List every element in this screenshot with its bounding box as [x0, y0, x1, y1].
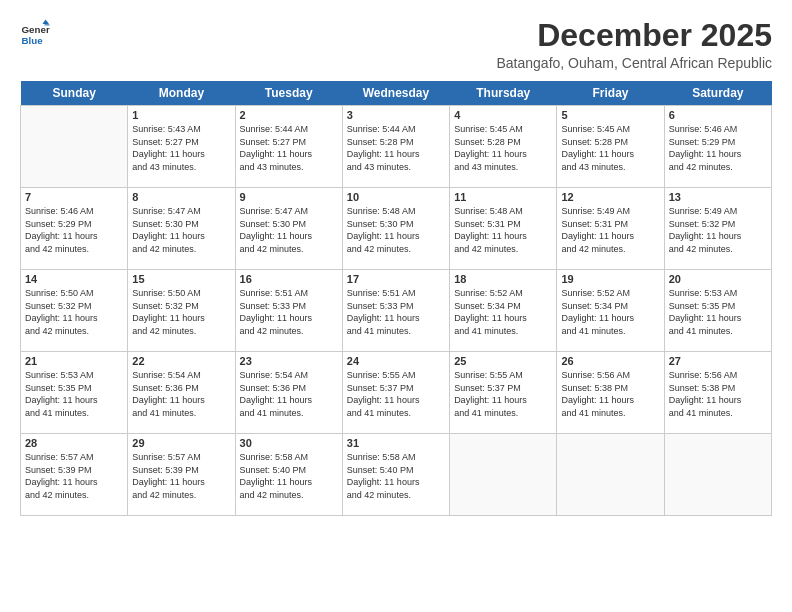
day-number: 3 [347, 109, 445, 121]
day-info: Sunrise: 5:45 AM Sunset: 5:28 PM Dayligh… [454, 123, 552, 173]
day-number: 9 [240, 191, 338, 203]
subtitle: Batangafo, Ouham, Central African Republ… [497, 55, 773, 71]
title-block: December 2025 Batangafo, Ouham, Central … [497, 18, 773, 71]
svg-text:Blue: Blue [22, 35, 44, 46]
calendar-header: SundayMondayTuesdayWednesdayThursdayFrid… [21, 81, 772, 106]
day-number: 23 [240, 355, 338, 367]
day-number: 18 [454, 273, 552, 285]
calendar-cell: 5Sunrise: 5:45 AM Sunset: 5:28 PM Daylig… [557, 106, 664, 188]
day-number: 20 [669, 273, 767, 285]
day-info: Sunrise: 5:45 AM Sunset: 5:28 PM Dayligh… [561, 123, 659, 173]
day-info: Sunrise: 5:53 AM Sunset: 5:35 PM Dayligh… [25, 369, 123, 419]
day-number: 31 [347, 437, 445, 449]
day-info: Sunrise: 5:47 AM Sunset: 5:30 PM Dayligh… [240, 205, 338, 255]
day-info: Sunrise: 5:56 AM Sunset: 5:38 PM Dayligh… [561, 369, 659, 419]
calendar-cell: 18Sunrise: 5:52 AM Sunset: 5:34 PM Dayli… [450, 270, 557, 352]
calendar-cell: 2Sunrise: 5:44 AM Sunset: 5:27 PM Daylig… [235, 106, 342, 188]
calendar-cell: 8Sunrise: 5:47 AM Sunset: 5:30 PM Daylig… [128, 188, 235, 270]
day-info: Sunrise: 5:56 AM Sunset: 5:38 PM Dayligh… [669, 369, 767, 419]
day-info: Sunrise: 5:44 AM Sunset: 5:27 PM Dayligh… [240, 123, 338, 173]
header-day-wednesday: Wednesday [342, 81, 449, 106]
calendar-cell [557, 434, 664, 516]
day-info: Sunrise: 5:51 AM Sunset: 5:33 PM Dayligh… [347, 287, 445, 337]
calendar-cell: 1Sunrise: 5:43 AM Sunset: 5:27 PM Daylig… [128, 106, 235, 188]
day-number: 6 [669, 109, 767, 121]
calendar-cell: 13Sunrise: 5:49 AM Sunset: 5:32 PM Dayli… [664, 188, 771, 270]
week-row-4: 21Sunrise: 5:53 AM Sunset: 5:35 PM Dayli… [21, 352, 772, 434]
day-info: Sunrise: 5:44 AM Sunset: 5:28 PM Dayligh… [347, 123, 445, 173]
day-info: Sunrise: 5:49 AM Sunset: 5:31 PM Dayligh… [561, 205, 659, 255]
calendar-cell: 28Sunrise: 5:57 AM Sunset: 5:39 PM Dayli… [21, 434, 128, 516]
calendar-cell: 21Sunrise: 5:53 AM Sunset: 5:35 PM Dayli… [21, 352, 128, 434]
header: General Blue December 2025 Batangafo, Ou… [20, 18, 772, 71]
day-number: 2 [240, 109, 338, 121]
calendar-cell: 30Sunrise: 5:58 AM Sunset: 5:40 PM Dayli… [235, 434, 342, 516]
calendar-cell: 6Sunrise: 5:46 AM Sunset: 5:29 PM Daylig… [664, 106, 771, 188]
day-info: Sunrise: 5:58 AM Sunset: 5:40 PM Dayligh… [240, 451, 338, 501]
calendar-cell: 20Sunrise: 5:53 AM Sunset: 5:35 PM Dayli… [664, 270, 771, 352]
calendar-cell [450, 434, 557, 516]
day-info: Sunrise: 5:52 AM Sunset: 5:34 PM Dayligh… [561, 287, 659, 337]
day-info: Sunrise: 5:54 AM Sunset: 5:36 PM Dayligh… [240, 369, 338, 419]
calendar-cell: 22Sunrise: 5:54 AM Sunset: 5:36 PM Dayli… [128, 352, 235, 434]
day-number: 5 [561, 109, 659, 121]
svg-text:General: General [22, 24, 51, 35]
day-number: 26 [561, 355, 659, 367]
calendar-cell [21, 106, 128, 188]
day-info: Sunrise: 5:50 AM Sunset: 5:32 PM Dayligh… [25, 287, 123, 337]
day-info: Sunrise: 5:50 AM Sunset: 5:32 PM Dayligh… [132, 287, 230, 337]
calendar-cell: 19Sunrise: 5:52 AM Sunset: 5:34 PM Dayli… [557, 270, 664, 352]
day-number: 24 [347, 355, 445, 367]
day-number: 17 [347, 273, 445, 285]
calendar-cell: 25Sunrise: 5:55 AM Sunset: 5:37 PM Dayli… [450, 352, 557, 434]
week-row-1: 1Sunrise: 5:43 AM Sunset: 5:27 PM Daylig… [21, 106, 772, 188]
header-day-tuesday: Tuesday [235, 81, 342, 106]
calendar-cell: 26Sunrise: 5:56 AM Sunset: 5:38 PM Dayli… [557, 352, 664, 434]
day-number: 21 [25, 355, 123, 367]
calendar-body: 1Sunrise: 5:43 AM Sunset: 5:27 PM Daylig… [21, 106, 772, 516]
day-info: Sunrise: 5:54 AM Sunset: 5:36 PM Dayligh… [132, 369, 230, 419]
month-title: December 2025 [497, 18, 773, 53]
calendar-cell: 12Sunrise: 5:49 AM Sunset: 5:31 PM Dayli… [557, 188, 664, 270]
week-row-3: 14Sunrise: 5:50 AM Sunset: 5:32 PM Dayli… [21, 270, 772, 352]
header-day-monday: Monday [128, 81, 235, 106]
calendar-cell: 15Sunrise: 5:50 AM Sunset: 5:32 PM Dayli… [128, 270, 235, 352]
day-info: Sunrise: 5:51 AM Sunset: 5:33 PM Dayligh… [240, 287, 338, 337]
week-row-2: 7Sunrise: 5:46 AM Sunset: 5:29 PM Daylig… [21, 188, 772, 270]
day-info: Sunrise: 5:55 AM Sunset: 5:37 PM Dayligh… [347, 369, 445, 419]
day-info: Sunrise: 5:58 AM Sunset: 5:40 PM Dayligh… [347, 451, 445, 501]
calendar-cell: 23Sunrise: 5:54 AM Sunset: 5:36 PM Dayli… [235, 352, 342, 434]
day-number: 14 [25, 273, 123, 285]
day-number: 4 [454, 109, 552, 121]
day-number: 16 [240, 273, 338, 285]
day-number: 10 [347, 191, 445, 203]
day-info: Sunrise: 5:46 AM Sunset: 5:29 PM Dayligh… [25, 205, 123, 255]
day-info: Sunrise: 5:57 AM Sunset: 5:39 PM Dayligh… [132, 451, 230, 501]
calendar-cell: 7Sunrise: 5:46 AM Sunset: 5:29 PM Daylig… [21, 188, 128, 270]
day-info: Sunrise: 5:49 AM Sunset: 5:32 PM Dayligh… [669, 205, 767, 255]
day-number: 30 [240, 437, 338, 449]
week-row-5: 28Sunrise: 5:57 AM Sunset: 5:39 PM Dayli… [21, 434, 772, 516]
day-info: Sunrise: 5:53 AM Sunset: 5:35 PM Dayligh… [669, 287, 767, 337]
logo-icon: General Blue [20, 18, 50, 48]
day-info: Sunrise: 5:52 AM Sunset: 5:34 PM Dayligh… [454, 287, 552, 337]
day-number: 7 [25, 191, 123, 203]
calendar-cell [664, 434, 771, 516]
calendar-cell: 27Sunrise: 5:56 AM Sunset: 5:38 PM Dayli… [664, 352, 771, 434]
calendar-cell: 3Sunrise: 5:44 AM Sunset: 5:28 PM Daylig… [342, 106, 449, 188]
calendar-cell: 24Sunrise: 5:55 AM Sunset: 5:37 PM Dayli… [342, 352, 449, 434]
header-day-saturday: Saturday [664, 81, 771, 106]
day-info: Sunrise: 5:57 AM Sunset: 5:39 PM Dayligh… [25, 451, 123, 501]
day-number: 22 [132, 355, 230, 367]
header-day-friday: Friday [557, 81, 664, 106]
day-number: 15 [132, 273, 230, 285]
day-number: 12 [561, 191, 659, 203]
logo: General Blue [20, 18, 50, 48]
calendar-table: SundayMondayTuesdayWednesdayThursdayFrid… [20, 81, 772, 516]
day-info: Sunrise: 5:48 AM Sunset: 5:31 PM Dayligh… [454, 205, 552, 255]
calendar-cell: 14Sunrise: 5:50 AM Sunset: 5:32 PM Dayli… [21, 270, 128, 352]
day-number: 11 [454, 191, 552, 203]
day-number: 19 [561, 273, 659, 285]
calendar-cell: 9Sunrise: 5:47 AM Sunset: 5:30 PM Daylig… [235, 188, 342, 270]
day-info: Sunrise: 5:55 AM Sunset: 5:37 PM Dayligh… [454, 369, 552, 419]
